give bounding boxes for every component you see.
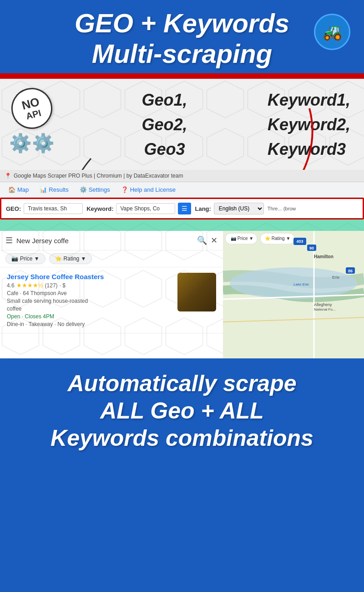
keyword-field-label: Keyword: [86, 205, 113, 212]
no-api-badge: NO API [7, 83, 57, 133]
geo-item-2: Geo2, [142, 112, 187, 137]
listing-info: Jersey Shore Coffee Roasters 4.6 ★★★★½ (… [7, 273, 173, 327]
svg-text:Allegheny: Allegheny [314, 302, 332, 307]
price-indicator: · $ [60, 282, 66, 289]
nav-settings-label: Settings [89, 186, 110, 193]
header-section: 🚜 GEO + Keywords Multi-scraping [0, 0, 364, 73]
stars-icon: ★★★★½ [16, 282, 43, 289]
nav-settings[interactable]: ⚙️ Settings [75, 184, 115, 195]
settings-icon: ⚙️ [80, 186, 87, 193]
bottom-section: Automatically scrape ALL Geo + ALL Keywo… [0, 358, 364, 463]
svg-text:90: 90 [309, 246, 314, 250]
listing-thumbnail [177, 273, 216, 311]
geo-item-1: Geo1, [142, 88, 187, 112]
keyword-field-group: Keyword: ☰ [86, 203, 191, 214]
thread-label: Thre... (brow [268, 206, 296, 211]
map-pin-icon: 📍 [5, 173, 11, 179]
no-api-section: NO API ⚙️⚙️ [9, 88, 55, 154]
listing-desc-line2: coffee [7, 306, 173, 312]
geo-item-3: Geo3 [142, 137, 187, 162]
bottom-line1: Automatically scrape [9, 370, 355, 397]
gears-icon: ⚙️⚙️ [9, 133, 55, 154]
keyword-input[interactable] [116, 203, 175, 214]
page-title: GEO + Keywords Multi-scraping [9, 8, 355, 69]
listing-actions: Dine-in · Takeaway · No delivery [7, 321, 173, 327]
svg-text:86: 86 [348, 269, 353, 273]
keyword-arrow [273, 106, 337, 179]
table-icon: 📊 [40, 186, 47, 193]
svg-text:Erie: Erie [332, 275, 339, 280]
nav-help-label: Help and License [130, 186, 176, 193]
browser-titlebar: 📍 Google Maps Scraper PRO Plus | Chromiu… [0, 170, 364, 182]
middle-section: NO API ⚙️⚙️ Geo1, Geo2, Geo3 Keyword1, K… [0, 79, 364, 358]
nav-map-label: Map [17, 186, 29, 193]
bottom-title: Automatically scrape ALL Geo + ALL Keywo… [9, 370, 355, 452]
svg-text:Hamilton: Hamilton [314, 254, 334, 259]
search-bar: GEO: Keyword: ☰ Lang: English (US) Thre.… [0, 198, 364, 219]
listing-category: Cafe · 64 Thompson Ave [7, 290, 173, 296]
green-highlight-bar [0, 219, 364, 231]
map-panel[interactable]: 90 86 Hamilton Erie Lake Erie Allegheny … [223, 231, 364, 358]
geo-input[interactable] [24, 203, 83, 214]
red-divider [0, 73, 364, 79]
browser-mockup: 📍 Google Maps Scraper PRO Plus | Chromiu… [0, 170, 364, 219]
bottom-line2: ALL Geo + ALL [9, 397, 355, 424]
browser-title: Google Maps Scraper PRO Plus | Chromium … [14, 173, 183, 179]
bottom-line3: Keywords combinations [9, 424, 355, 452]
nav-results[interactable]: 📊 Results [35, 184, 73, 195]
rating-value: 4.6 [7, 282, 15, 289]
listing-open-status: Open · Closes 4PM [7, 313, 173, 320]
svg-text:Lake Erie: Lake Erie [293, 282, 309, 286]
svg-text:403: 403 [296, 239, 303, 244]
home-icon: 🏠 [8, 186, 15, 193]
keyword-list-btn[interactable]: ☰ [178, 203, 191, 214]
help-icon: ❓ [121, 186, 128, 193]
svg-text:National Fo...: National Fo... [314, 307, 336, 311]
nav-results-label: Results [49, 186, 68, 193]
geo-list: Geo1, Geo2, Geo3 [142, 88, 187, 162]
lang-field-group: Lang: English (US) [195, 203, 263, 214]
svg-text:⭐ Rating ▼: ⭐ Rating ▼ [265, 235, 290, 241]
listing-title[interactable]: Jersey Shore Coffee Roasters [7, 273, 173, 281]
listing-desc-line1: Small cafe serving house-roasted [7, 298, 173, 304]
geo-field-group: GEO: [6, 203, 83, 214]
title-line1: GEO + Keywords [75, 8, 289, 38]
review-count: (127) [45, 282, 58, 289]
nav-bar: 🏠 Map 📊 Results ⚙️ Settings ❓ Help and L… [0, 182, 364, 198]
map-svg: 90 86 Hamilton Erie Lake Erie Allegheny … [223, 231, 364, 358]
geo-field-label: GEO: [6, 205, 21, 212]
title-line2: Multi-scraping [92, 39, 272, 68]
svg-text:📷 Price ▼: 📷 Price ▼ [231, 235, 253, 241]
nav-help[interactable]: ❓ Help and License [116, 184, 180, 195]
lang-field-label: Lang: [195, 205, 211, 212]
lang-select[interactable]: English (US) [214, 203, 264, 214]
nav-map[interactable]: 🏠 Map [4, 184, 33, 195]
listing-card[interactable]: Jersey Shore Coffee Roasters 4.6 ★★★★½ (… [0, 267, 223, 333]
listing-row: Jersey Shore Coffee Roasters 4.6 ★★★★½ (… [7, 273, 216, 327]
listing-rating: 4.6 ★★★★½ (127) · $ [7, 282, 173, 289]
excavator-icon: 🚜 [314, 14, 350, 50]
